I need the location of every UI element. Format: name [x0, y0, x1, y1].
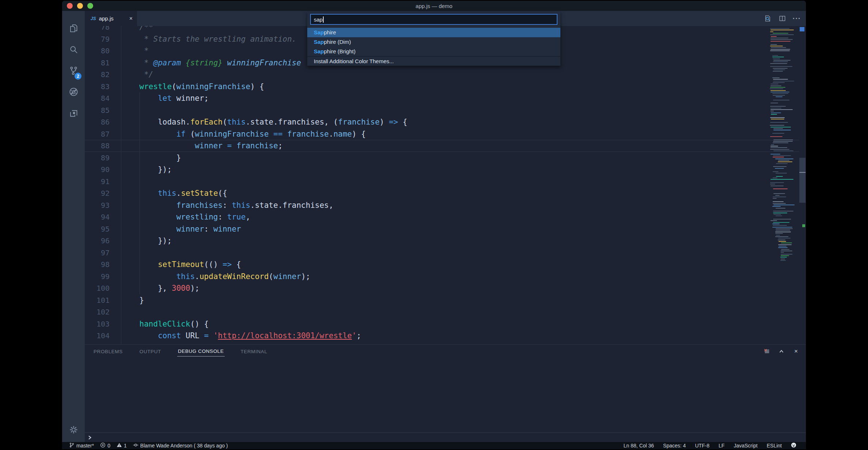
scm-pending-changes-badge: 2: [75, 73, 81, 80]
minimize-window-button[interactable]: [77, 3, 83, 9]
panel-tab-output[interactable]: OUTPUT: [139, 347, 162, 356]
line-number: 80: [85, 45, 110, 57]
file-search-icon[interactable]: [762, 13, 773, 24]
code-text: }, 3000);: [121, 282, 199, 294]
status-0[interactable]: 0: [100, 442, 110, 449]
command-palette: sap SapphireSapphire (Dim)Sapphire (Brig…: [307, 11, 560, 66]
line-number: 81: [85, 57, 110, 69]
status-javascript[interactable]: JavaScript: [734, 443, 757, 449]
line-number: 86: [85, 116, 110, 128]
status-label: UTF-8: [695, 443, 709, 449]
line-number: 99: [85, 271, 110, 283]
line-number: 87: [85, 128, 110, 140]
code-text: wrestling: true,: [121, 211, 250, 223]
code-text: lodash.forEach(this.state.franchises, (f…: [121, 116, 407, 128]
code-text: });: [121, 235, 172, 247]
status-ln-88-col-36[interactable]: Ln 88, Col 36: [624, 443, 654, 449]
scrollbar-thumb[interactable]: [799, 158, 806, 203]
activity-bar-item-debug[interactable]: [62, 82, 85, 103]
line-number: 84: [85, 92, 110, 104]
close-panel-icon[interactable]: ×: [791, 347, 801, 356]
git-branch-icon: [69, 442, 75, 449]
code-text: */: [121, 69, 153, 81]
code-text: setTimeout(() => {: [121, 259, 241, 271]
code-text: }: [121, 294, 144, 306]
zoom-window-button[interactable]: [87, 3, 93, 9]
line-number: 98: [85, 259, 110, 271]
code-text: handleClick() {: [121, 318, 209, 330]
more-actions-icon[interactable]: ···: [791, 13, 802, 24]
line-number: 96: [85, 235, 110, 247]
close-window-button[interactable]: [67, 3, 73, 9]
theme-option-install-additional-color-themes[interactable]: Install Additional Color Themes...: [307, 56, 560, 66]
activity-bar-item-explorer[interactable]: [62, 18, 85, 39]
line-number: 85: [85, 104, 110, 117]
debug-icon: [69, 87, 79, 98]
bottom-panel: PROBLEMSOUTPUTDEBUG CONSOLETERMINAL ×: [85, 344, 806, 442]
clear-console-icon[interactable]: [762, 347, 772, 356]
panel-tab-debug-console[interactable]: DEBUG CONSOLE: [177, 346, 225, 356]
warning-icon: [117, 442, 122, 449]
activity-bar-item-source-control[interactable]: 2: [62, 61, 85, 82]
code-editor[interactable]: 78 /**79 * Starts the wrestling animatio…: [85, 26, 806, 344]
code-text: franchises: this.state.franchises,: [121, 199, 334, 211]
split-editor-icon[interactable]: [777, 13, 788, 24]
code-text: const URL = 'http://localhost:3001/wrest…: [121, 330, 361, 342]
tab-label: app.js: [99, 15, 114, 22]
code-text: winner: winner: [121, 223, 241, 235]
status-label: ESLint: [767, 443, 782, 449]
code-text: let winner;: [121, 92, 209, 104]
screenshot-canvas: { "window": { "title": "app.js — demo" }…: [0, 0, 868, 450]
activity-bar-item-extensions[interactable]: [62, 103, 85, 124]
line-number: 94: [85, 211, 110, 223]
status-smiley[interactable]: [791, 442, 796, 449]
tab-app-js[interactable]: JS app.js ×: [85, 11, 137, 26]
maximize-panel-icon[interactable]: [777, 347, 786, 356]
status-label: LF: [719, 443, 724, 449]
status-bar: master*01Blame Wade Anderson ( 38 days a…: [62, 442, 806, 449]
theme-option-sapphire-bright[interactable]: Sapphire (Bright): [307, 47, 560, 56]
title-bar: app.js — demo: [62, 1, 806, 11]
panel-tab-problems[interactable]: PROBLEMS: [93, 347, 123, 356]
tab-close-icon[interactable]: ×: [129, 16, 133, 22]
explorer-icon: [69, 23, 79, 35]
code-text: wrestle(winningFranchise) {: [121, 81, 264, 93]
panel-tab-terminal[interactable]: TERMINAL: [240, 347, 268, 356]
status-label: 0: [107, 443, 110, 449]
code-text: *: [121, 45, 149, 57]
code-text: this.setState({: [121, 187, 227, 199]
traffic-lights: [62, 3, 93, 9]
line-number: 88: [85, 140, 110, 152]
minimap[interactable]: [769, 27, 799, 344]
line-number: 91: [85, 176, 110, 188]
line-number: 82: [85, 69, 110, 81]
code-text: }: [121, 152, 181, 164]
status-spaces-4[interactable]: Spaces: 4: [663, 443, 686, 449]
palette-search-input[interactable]: sap: [310, 14, 557, 25]
status-1[interactable]: 1: [117, 442, 127, 449]
debug-console-input[interactable]: [85, 432, 806, 442]
status-lf[interactable]: LF: [719, 443, 724, 449]
status-utf-8[interactable]: UTF-8: [695, 443, 709, 449]
theme-option-sapphire-dim[interactable]: Sapphire (Dim): [307, 37, 560, 47]
settings-gear-icon[interactable]: [62, 422, 85, 437]
line-number: 79: [85, 33, 110, 45]
line-number: 104: [85, 330, 110, 342]
editor-scrollbar[interactable]: [799, 26, 806, 344]
activity-bar-item-search[interactable]: [62, 39, 85, 61]
status-label: Ln 88, Col 36: [624, 443, 654, 449]
status-master[interactable]: master*: [69, 442, 94, 449]
status-blame-wade-anderson-38-days-ago[interactable]: Blame Wade Anderson ( 38 days ago ): [133, 442, 228, 449]
line-number: 89: [85, 152, 110, 164]
editor-actions: ···: [762, 11, 802, 26]
status-label: Spaces: 4: [663, 443, 686, 449]
status-eslint[interactable]: ESLint: [767, 443, 782, 449]
line-number: 83: [85, 81, 110, 93]
vscode-window: app.js — demo 2 JS app.js × ··· 78 /**79: [62, 1, 806, 449]
status-label: 1: [124, 443, 127, 449]
status-label: master*: [76, 443, 94, 449]
theme-option-sapphire[interactable]: Sapphire: [307, 28, 560, 37]
line-number: 95: [85, 223, 110, 235]
prompt-chevron-icon: [88, 435, 92, 440]
activity-bar: 2: [62, 11, 85, 442]
